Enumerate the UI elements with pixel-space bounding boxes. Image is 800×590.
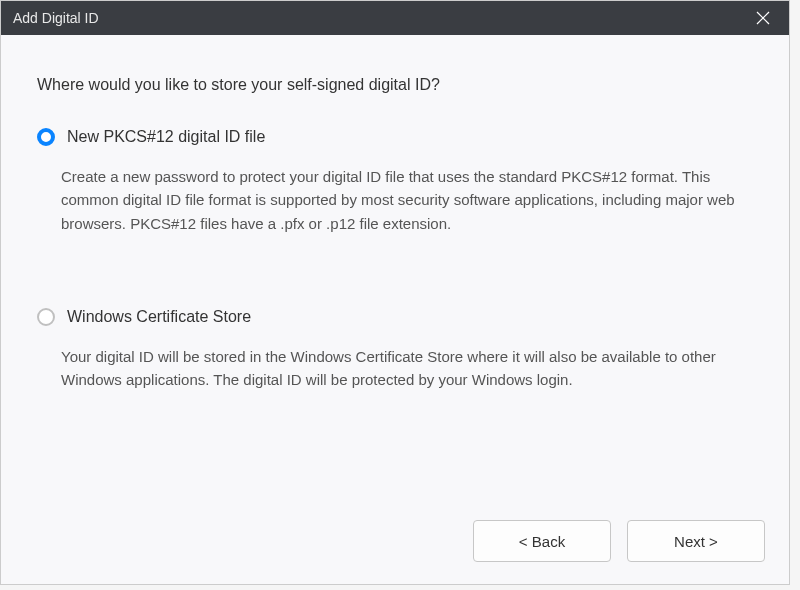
- option-desc-pkcs12: Create a new password to protect your di…: [37, 165, 753, 235]
- add-digital-id-dialog: Add Digital ID Where would you like to s…: [0, 0, 790, 585]
- titlebar: Add Digital ID: [1, 1, 789, 35]
- radio-windows-store[interactable]: [37, 308, 55, 326]
- next-button[interactable]: Next >: [627, 520, 765, 562]
- dialog-footer: < Back Next >: [1, 502, 789, 584]
- option-label-pkcs12: New PKCS#12 digital ID file: [67, 125, 265, 149]
- dialog-title: Add Digital ID: [13, 10, 99, 26]
- option-header[interactable]: New PKCS#12 digital ID file: [37, 125, 753, 149]
- option-pkcs12: New PKCS#12 digital ID file Create a new…: [37, 125, 753, 235]
- option-header[interactable]: Windows Certificate Store: [37, 305, 753, 329]
- option-desc-windows-store: Your digital ID will be stored in the Wi…: [37, 345, 753, 392]
- option-windows-store: Windows Certificate Store Your digital I…: [37, 305, 753, 392]
- back-button[interactable]: < Back: [473, 520, 611, 562]
- radio-pkcs12[interactable]: [37, 128, 55, 146]
- option-label-windows-store: Windows Certificate Store: [67, 305, 251, 329]
- dialog-heading: Where would you like to store your self-…: [37, 73, 753, 97]
- dialog-content: Where would you like to store your self-…: [1, 35, 789, 502]
- close-icon: [756, 11, 770, 25]
- close-button[interactable]: [749, 4, 777, 32]
